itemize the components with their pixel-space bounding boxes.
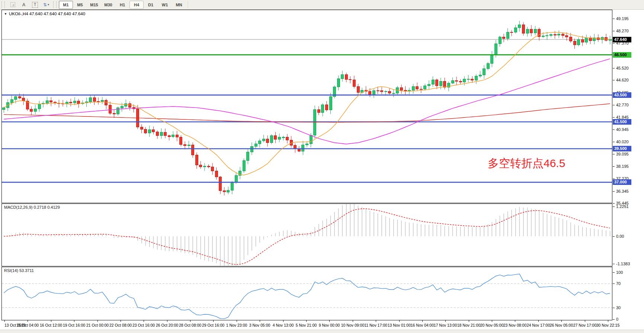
price-tick-label: 44.620: [616, 78, 629, 82]
price-tick-label: 48.270: [616, 29, 629, 33]
time-tick: [492, 320, 492, 322]
time-tick-label: 4 Nov 13:00: [273, 323, 294, 327]
price-level-box: 41.500: [613, 119, 631, 125]
rsi-label: RSI(14) 53.3711: [4, 268, 34, 273]
axis-tick: [613, 43, 615, 44]
chart-grid-f-button[interactable]: F: [7, 1, 18, 9]
macd-tick-label: -1.1383: [616, 262, 630, 266]
time-tick: [353, 320, 353, 322]
timeframe-button-H1[interactable]: H1: [115, 1, 129, 9]
time-axis[interactable]: 13 Oct 202015 Oct 04:0016 Oct 12:0019 Oc…: [1, 320, 613, 330]
time-tick-label: 19 Oct 16:00: [63, 323, 85, 327]
toolbar-grip[interactable]: [1, 1, 5, 8]
time-tick: [306, 320, 307, 322]
axis-tick: [613, 236, 615, 237]
axis-tick: [613, 203, 615, 204]
axis-tick: [613, 31, 615, 31]
time-tick-label: 3 Nov 05:00: [249, 323, 270, 327]
arrange-button[interactable]: ⇅ ▾: [41, 1, 52, 9]
time-tick-label: 16 Nov 04:00: [411, 323, 434, 327]
axis-tick: [613, 129, 615, 130]
time-tick: [51, 320, 51, 322]
time-tick: [121, 320, 121, 322]
price-axis[interactable]: 49.19548.27047.37046.44545.52044.62043.6…: [613, 10, 644, 330]
time-tick: [445, 320, 446, 322]
main-chart-pane[interactable]: [2, 10, 612, 202]
time-tick-label: 5 Nov 21:00: [296, 323, 317, 327]
dropdown-caret-icon: ▾: [48, 3, 49, 6]
axis-tick: [613, 68, 615, 68]
time-tick-label: 20 Nov 05:00: [480, 323, 503, 327]
chart-title: ▼UKOil-,H4 47.640 47.640 47.640 47.640: [4, 12, 85, 16]
timeframe-button-M1[interactable]: M1: [59, 1, 73, 9]
time-tick: [97, 320, 98, 322]
time-tick: [422, 320, 423, 322]
rsi-pane[interactable]: [2, 267, 612, 320]
axis-tick: [613, 191, 615, 192]
timeframe-button-M30[interactable]: M30: [101, 1, 115, 9]
toolbar-grip-2[interactable]: [53, 1, 57, 8]
time-tick: [608, 320, 608, 322]
time-tick: [538, 320, 539, 322]
collapse-arrow-icon[interactable]: ▼: [4, 12, 7, 16]
axis-tick: [613, 284, 615, 284]
rsi-tick-label: 70: [616, 281, 621, 286]
timeframe-button-M15[interactable]: M15: [87, 1, 101, 9]
rsi-tick-label: 30: [616, 305, 621, 310]
chart-grid-f-icon: F: [10, 2, 15, 7]
timeframe-button-group: M1M5M15M30H1H4D1W1MN: [59, 1, 186, 9]
price-tick-label: 36.345: [616, 189, 629, 193]
price-tick-label: 40.945: [616, 127, 629, 132]
axis-tick: [613, 80, 615, 80]
time-tick-label: 28 Oct 08:00: [179, 323, 201, 327]
price-tick-label: 39.095: [616, 152, 629, 156]
timeframe-button-D1[interactable]: D1: [144, 1, 158, 9]
timeframe-button-W1[interactable]: W1: [158, 1, 172, 9]
time-tick: [4, 320, 5, 322]
time-tick-label: 15 Oct 04:00: [16, 323, 39, 327]
axis-tick: [613, 264, 615, 264]
timeframe-button-M5[interactable]: M5: [73, 1, 87, 9]
price-tick-label: 40.020: [616, 140, 629, 144]
textbox-t-icon: T: [32, 2, 38, 8]
label-a-button[interactable]: A: [18, 1, 29, 9]
timeframe-button-MN[interactable]: MN: [172, 1, 186, 9]
timeframe-button-H4[interactable]: H4: [129, 1, 144, 9]
arrange-arrows-icon: ⇅: [43, 2, 47, 7]
price-tick-label: 38.195: [616, 164, 629, 169]
macd-label: MACD(12,26,9) 0.2718 0.4129: [4, 205, 60, 209]
axis-tick: [613, 272, 615, 273]
time-tick: [469, 320, 469, 322]
time-tick-label: 26 Oct 20:00: [156, 323, 178, 327]
time-tick: [74, 320, 74, 322]
rsi-tick-label: 100: [616, 270, 623, 275]
time-tick: [144, 320, 144, 322]
time-tick-label: 26 Nov 05:00: [550, 323, 573, 327]
time-tick-label: 11 Nov 17:00: [364, 323, 387, 327]
price-level-box: 39.500: [613, 146, 631, 151]
chart-annotation-text[interactable]: 多空转折点46.5: [488, 156, 565, 171]
time-tick: [283, 320, 283, 322]
time-tick-label: 17 Nov 13:00: [434, 323, 457, 327]
time-tick-label: 30 Nov 22:15: [596, 323, 619, 327]
axis-tick: [613, 142, 615, 142]
time-tick: [260, 320, 260, 322]
time-tick: [585, 320, 585, 322]
time-tick: [213, 320, 214, 322]
price-level-box: 46.500: [613, 52, 631, 58]
time-tick: [561, 320, 562, 322]
chart-title-text: UKOil-,H4 47.640 47.640 47.640 47.640: [9, 12, 85, 16]
time-tick: [28, 320, 28, 322]
toolbar-separator: [188, 1, 189, 9]
time-tick-label: 9 Nov 00:00: [319, 323, 340, 327]
time-tick-label: 18 Nov 21:00: [457, 323, 480, 327]
bottom-status-strip: [0, 330, 644, 333]
price-tick-label: 49.195: [616, 16, 629, 21]
textbox-t-button[interactable]: T: [29, 1, 41, 9]
price-level-box: 43.500: [613, 92, 631, 98]
time-tick: [376, 320, 376, 322]
time-tick-label: 1 Nov 23:00: [226, 323, 247, 327]
axis-tick: [613, 154, 615, 154]
macd-tick-label: 0.00: [616, 234, 624, 238]
macd-pane[interactable]: [2, 204, 612, 266]
